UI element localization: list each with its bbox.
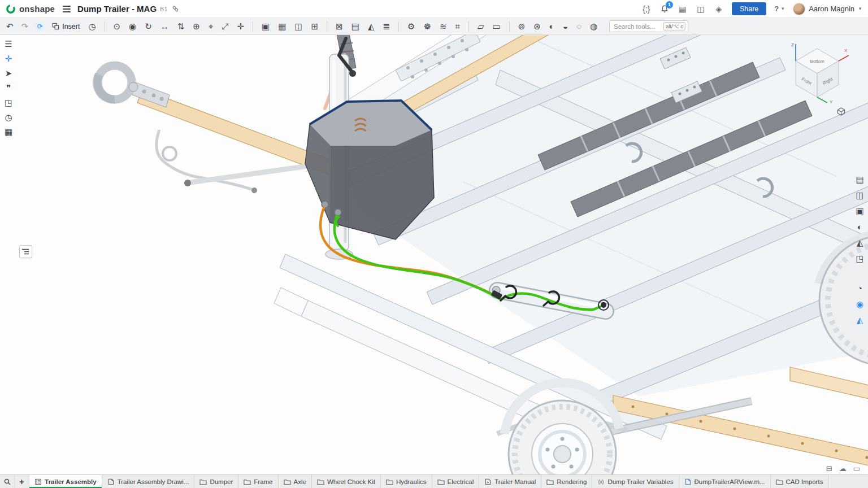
view-home-icon[interactable] <box>837 107 845 118</box>
comments-icon[interactable]: ❞ <box>6 84 11 92</box>
search-shortcut-badge: alt/⌥ c <box>663 22 685 30</box>
feature-list-icon[interactable]: ☰ <box>5 40 12 48</box>
document-tab[interactable]: Hydraulics <box>381 475 432 488</box>
search-tools-input[interactable] <box>614 23 663 30</box>
help-button[interactable]: ? ▼ <box>774 5 785 13</box>
document-tab[interactable]: DumpTrailerARView.m... <box>679 475 771 488</box>
circular-pattern-icon[interactable]: ◫ <box>293 21 304 32</box>
zoom-fit-icon[interactable]: ⊛ <box>532 21 542 32</box>
fastened-mate-icon[interactable]: ◉ <box>127 21 138 32</box>
user-name: Aaron Magnin <box>809 5 854 13</box>
app-grid-icon[interactable]: ◫ <box>696 3 706 15</box>
display-options-icon[interactable]: ◐ <box>857 223 862 231</box>
toolbar-separator <box>105 21 105 32</box>
file-icon <box>684 478 692 485</box>
custom-features-icon[interactable]: ☸ <box>422 21 432 32</box>
notifications-bell-icon[interactable]: 1 <box>659 3 670 15</box>
version-badge[interactable]: B1 <box>160 6 167 12</box>
replicate-icon[interactable]: ⊞ <box>310 21 320 32</box>
mate-connector-panel-icon[interactable]: ✛ <box>5 54 12 63</box>
history-icon[interactable]: ◷ <box>5 113 12 121</box>
spreadsheet-icon[interactable]: ▤ <box>678 3 688 15</box>
spring-tool-icon[interactable]: ≋ <box>438 21 449 32</box>
y-axis-label: Y <box>830 99 833 104</box>
named-views-icon[interactable]: ▤ <box>350 21 361 32</box>
history-icon[interactable]: ◷ <box>86 21 97 32</box>
parts-panel-icon[interactable]: ◳ <box>5 98 12 107</box>
dev-brackets-icon[interactable]: {;} <box>641 3 652 15</box>
main-menu-icon[interactable] <box>63 6 71 12</box>
notes-panel-icon[interactable]: ▤ <box>856 175 863 184</box>
tab-search-button[interactable] <box>0 475 15 488</box>
sheet-metal-icon[interactable]: ▱ <box>476 21 486 32</box>
render-quality-icon[interactable]: ◔ <box>857 284 862 293</box>
chevron-down-icon: ▼ <box>858 6 862 11</box>
slider-mate-icon[interactable]: ↔ <box>159 21 171 32</box>
configurations-icon[interactable]: ⚙ <box>406 21 416 32</box>
zoom-window-icon[interactable]: ⊚ <box>517 21 527 32</box>
electrical-box[interactable] <box>305 101 434 239</box>
document-tab[interactable]: (x)Dump Trailer Variables <box>592 475 679 488</box>
rotate-view-icon[interactable]: ◐ <box>548 21 556 32</box>
view-orientation-icon[interactable]: ◳ <box>856 254 863 263</box>
add-tab-button[interactable]: + <box>15 475 29 488</box>
present-mode-icon[interactable]: ▭ <box>853 465 860 472</box>
tab-label: Wheel Chock Kit <box>327 478 375 485</box>
cloud-status-icon[interactable]: ☁ <box>839 465 847 472</box>
realistic-render-icon[interactable]: ◉ <box>856 300 863 308</box>
document-tab[interactable]: Trailer Assembly <box>29 475 102 488</box>
user-menu[interactable]: Aaron Magnin ▼ <box>793 3 862 15</box>
mate-connector-icon[interactable]: ✛ <box>235 21 246 32</box>
section-view-icon[interactable]: ◭ <box>366 21 376 32</box>
share-button[interactable]: Share <box>732 2 766 15</box>
ball-mate-icon[interactable]: ⊕ <box>191 21 202 32</box>
appearance-panel-icon[interactable]: ▣ <box>856 207 863 215</box>
document-tab[interactable]: Axle <box>279 475 312 488</box>
document-tab[interactable]: Trailer Manual <box>479 475 541 488</box>
onshape-logo[interactable]: onshape <box>6 4 55 14</box>
search-icon <box>4 478 11 485</box>
document-tab[interactable]: Trailer Assembly Drawi... <box>102 475 195 488</box>
notification-badge: 1 <box>666 1 673 8</box>
insert-button[interactable]: Insert <box>50 23 82 30</box>
linear-pattern-icon[interactable]: ▦ <box>276 21 288 32</box>
revolute-mate-icon[interactable]: ↻ <box>143 21 154 32</box>
tangent-mate-icon[interactable]: ⌖ <box>207 21 215 32</box>
tab-label: Dump Trailer Variables <box>607 478 673 485</box>
parts-list-panel-icon[interactable]: ◫ <box>856 191 863 199</box>
ar-view-icon[interactable]: ◭ <box>857 316 863 324</box>
update-sync-icon[interactable]: ⟳ <box>34 21 45 32</box>
insert-label: Insert <box>62 23 80 30</box>
brand-name: onshape <box>19 4 55 14</box>
document-tab[interactable]: Electrical <box>432 475 480 488</box>
z-axis-label: Z <box>791 42 794 47</box>
share-link-icon[interactable] <box>172 5 179 12</box>
explode-icon[interactable]: ⊠ <box>334 21 345 32</box>
viewcube-bottom-label[interactable]: Bottom <box>810 59 824 64</box>
tag-icon[interactable]: ◈ <box>714 3 724 15</box>
view-cube[interactable]: Bottom Front Right Z X Y <box>781 40 853 118</box>
instances-panel-toggle[interactable] <box>19 245 32 258</box>
print-icon[interactable]: ⊟ <box>826 465 832 472</box>
undo-icon[interactable]: ↶ <box>5 21 15 32</box>
document-tab[interactable]: Frame <box>238 475 278 488</box>
document-tab[interactable]: CAD Imports <box>771 475 829 488</box>
bom-table-icon[interactable]: ≣ <box>381 21 392 32</box>
pan-view-icon[interactable]: ◒ <box>561 21 570 32</box>
view-modes-icon[interactable]: ◌ <box>575 21 583 32</box>
measure-icon[interactable]: ⌗ <box>453 21 461 32</box>
mate-icon[interactable]: ⊙ <box>112 21 123 32</box>
bom-panel-icon[interactable]: ▦ <box>5 128 12 136</box>
parallel-mate-icon[interactable]: ⤢ <box>220 21 230 32</box>
redo-icon[interactable]: ↷ <box>20 21 31 32</box>
appearance-icon[interactable]: ◍ <box>588 21 599 32</box>
drawing-tool-icon[interactable]: ▭ <box>491 21 502 32</box>
selection-tool-icon[interactable]: ➤ <box>5 69 12 77</box>
document-tab[interactable]: Rendering <box>541 475 592 488</box>
group-icon[interactable]: ▣ <box>260 21 271 32</box>
document-tab[interactable]: Wheel Chock Kit <box>312 475 381 488</box>
assembly-viewport[interactable] <box>0 35 868 474</box>
cylindrical-mate-icon[interactable]: ⇅ <box>176 21 186 32</box>
section-panel-icon[interactable]: ◭ <box>857 238 863 247</box>
document-tab[interactable]: Dumper <box>194 475 238 488</box>
